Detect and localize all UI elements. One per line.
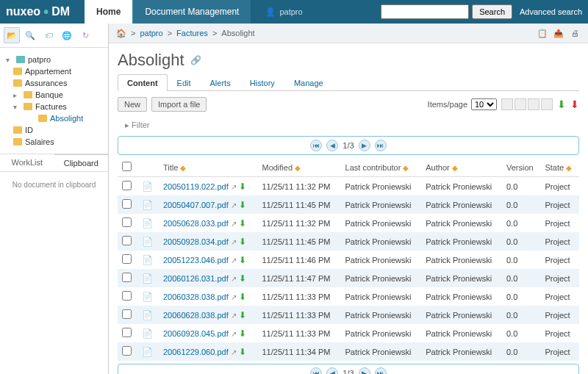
download-icon[interactable]: ⬇ [239,218,246,229]
doc-link[interactable]: 20060328.038.pdf [163,292,229,301]
row-checkbox[interactable] [122,181,132,190]
view-tiles-icon[interactable] [541,98,553,110]
col-title[interactable]: Title [163,163,178,172]
side-tab-search[interactable]: 🔍 [22,27,38,43]
row-checkbox[interactable] [122,273,132,282]
doc-link[interactable]: 20051223.046.pdf [163,256,229,265]
side-tab-refresh[interactable]: ↻ [77,27,93,43]
col-author[interactable]: Author [426,163,449,172]
external-link-icon[interactable]: ↗ [231,348,237,356]
row-checkbox[interactable] [122,346,132,356]
external-link-icon[interactable]: ↗ [231,220,237,228]
row-checkbox[interactable] [122,217,132,227]
export-pdf-icon[interactable]: ⬇ [570,98,579,110]
pager-first[interactable]: ⏮ [310,367,322,374]
pager-last[interactable]: ⏭ [375,140,387,151]
tab-document-management[interactable]: Document Management [132,0,251,24]
external-link-icon[interactable]: ↗ [231,330,237,338]
sort-icon[interactable]: ◆ [180,164,186,172]
row-checkbox[interactable] [122,291,132,301]
pager-first[interactable]: ⏮ [310,140,322,151]
doc-link[interactable]: 20060628.038.pdf [163,311,229,320]
copy-url-icon[interactable]: 📋 [537,27,548,39]
download-icon[interactable]: ⬇ [239,200,246,210]
print-icon[interactable]: 🖨 [569,27,581,39]
select-all-checkbox[interactable] [122,162,132,171]
side-tab-tag[interactable]: 🏷 [40,27,57,43]
view-grid-icon[interactable] [514,98,526,110]
user-menu[interactable]: 👤patpro [265,7,302,17]
items-page-select[interactable]: 10 [471,98,497,110]
tree-root[interactable]: ▾patpro [3,54,105,65]
doc-link[interactable]: 20050928.034.pdf [163,237,229,246]
row-checkbox[interactable] [122,328,132,337]
tree-banque[interactable]: ▸Banque [3,89,105,101]
tab-history[interactable]: History [240,74,284,91]
external-link-icon[interactable]: ↗ [231,275,237,283]
search-button[interactable]: Search [472,4,512,19]
tab-worklist[interactable]: WorkList [0,154,54,171]
advanced-search-link[interactable]: Advanced search [520,7,582,16]
tab-clipboard[interactable]: Clipboard [54,154,109,171]
doc-link[interactable]: 20060928.045.pdf [163,329,229,338]
external-link-icon[interactable]: ↗ [231,293,237,301]
sort-icon[interactable]: ◆ [566,164,572,172]
row-checkbox[interactable] [122,254,132,264]
export-icon[interactable]: 📤 [553,27,564,39]
external-link-icon[interactable]: ↗ [231,201,237,209]
download-icon[interactable]: ⬇ [239,273,246,284]
breadcrumb-factures[interactable]: Factures [176,29,208,37]
row-checkbox[interactable] [122,309,132,319]
tree-factures[interactable]: ▾Factures [3,101,105,112]
breadcrumb-patpro[interactable]: patpro [140,29,162,37]
download-icon[interactable]: ⬇ [239,347,246,357]
col-modified[interactable]: Modified [262,163,293,172]
new-button[interactable]: New [118,97,147,112]
download-icon[interactable]: ⬇ [239,328,246,339]
pager-next[interactable]: ▶ [359,140,370,151]
export-excel-icon[interactable]: ⬇ [557,98,566,110]
tree-id[interactable]: ID [3,124,105,136]
tree-absolight[interactable]: Absolight [3,112,105,124]
import-file-button[interactable]: Import a file [151,97,207,112]
side-tab-world[interactable]: 🌐 [59,27,75,43]
pager-prev[interactable]: ◀ [326,140,338,151]
col-contributor[interactable]: Last contributor [345,163,401,172]
download-icon[interactable]: ⬇ [239,237,246,247]
home-icon[interactable]: 🏠 [116,29,126,38]
view-list-icon[interactable] [501,98,513,110]
pager-prev[interactable]: ◀ [326,367,338,374]
filter-toggle[interactable]: ▸ Filter [118,118,579,133]
tab-edit[interactable]: Edit [168,74,201,91]
tree-assurances[interactable]: Assurances [3,77,105,89]
sort-icon[interactable]: ◆ [295,164,301,172]
external-link-icon[interactable]: ↗ [231,183,237,191]
doc-link[interactable]: 20061229.060.pdf [163,348,229,356]
tab-content[interactable]: Content [118,74,168,91]
tab-alerts[interactable]: Alerts [201,74,240,91]
download-icon[interactable]: ⬇ [239,181,246,192]
doc-link[interactable]: 20050407.007.pdf [163,201,229,209]
external-link-icon[interactable]: ↗ [231,238,237,246]
pager-last[interactable]: ⏭ [375,367,387,374]
search-input[interactable] [381,4,469,19]
download-icon[interactable]: ⬇ [239,292,246,302]
col-version[interactable]: Version [506,163,534,172]
col-state[interactable]: State [545,163,564,172]
doc-link[interactable]: 20050119.022.pdf [163,182,229,191]
external-link-icon[interactable]: ↗ [231,312,237,320]
tab-home[interactable]: Home [85,0,132,24]
link-icon[interactable]: 🔗 [190,55,201,65]
sort-icon[interactable]: ◆ [452,164,458,172]
tree-appartement[interactable]: Appartement [3,65,105,77]
external-link-icon[interactable]: ↗ [231,256,237,265]
row-checkbox[interactable] [122,236,132,245]
tab-manage[interactable]: Manage [284,74,333,91]
view-columns-icon[interactable] [528,98,539,110]
doc-link[interactable]: 20060126.031.pdf [163,274,229,283]
tree-salaires[interactable]: Salaires [3,136,105,148]
side-tab-tree[interactable]: 📂 [4,27,20,43]
sort-icon[interactable]: ◆ [403,164,409,172]
download-icon[interactable]: ⬇ [239,310,246,320]
download-icon[interactable]: ⬇ [239,255,246,265]
